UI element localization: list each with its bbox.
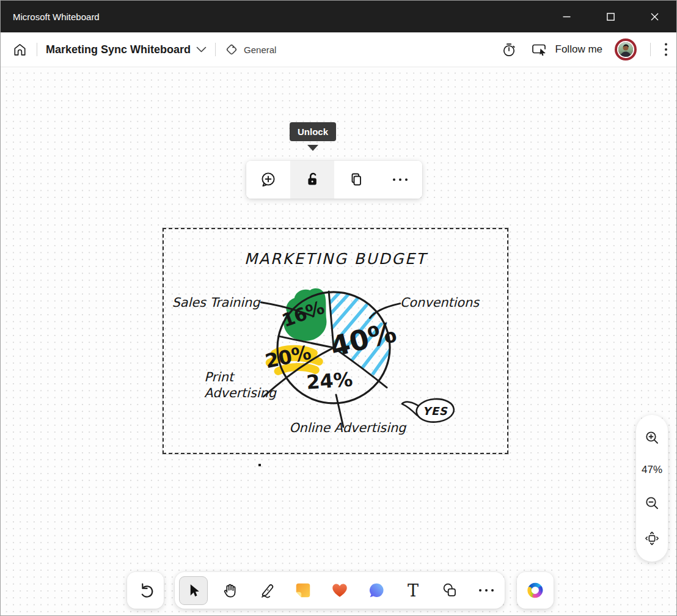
unlock-tooltip-label: Unlock <box>298 127 328 137</box>
text-tool-icon: T <box>408 582 419 599</box>
selected-image[interactable]: MARKETING BUDGET <box>163 228 508 454</box>
home-button[interactable] <box>12 42 28 58</box>
comment-tool[interactable] <box>358 572 395 609</box>
header: Marketing Sync Whiteboard General <box>1 32 676 67</box>
ellipsis-icon <box>478 588 494 592</box>
minimize-button[interactable] <box>544 1 588 32</box>
copilot-button[interactable] <box>517 572 554 609</box>
header-left: Marketing Sync Whiteboard General <box>12 42 276 58</box>
zoom-out-button[interactable] <box>643 494 661 512</box>
text-tool[interactable]: T <box>395 572 431 609</box>
more-tools[interactable] <box>468 572 505 609</box>
timer-button[interactable] <box>500 41 518 58</box>
app-window: Microsoft Whiteboard Marketing Sync Whit… <box>0 0 677 616</box>
pen-icon <box>257 581 276 600</box>
unlock-button[interactable] <box>290 161 334 199</box>
context-toolbar <box>246 161 422 199</box>
board-title-dropdown[interactable]: Marketing Sync Whiteboard <box>46 43 207 56</box>
shapes-tool[interactable] <box>431 572 468 609</box>
home-icon <box>12 42 28 58</box>
avatar-photo <box>617 41 634 58</box>
avatar[interactable] <box>615 38 637 61</box>
maximize-button[interactable] <box>588 1 632 32</box>
shapes-icon <box>440 581 459 600</box>
comment-add-icon <box>258 170 278 189</box>
selected-tool-highlight <box>179 576 208 605</box>
unlock-tooltip: Unlock <box>290 122 336 141</box>
sticky-note-icon <box>294 581 312 600</box>
close-button[interactable] <box>632 1 676 32</box>
comment-bubble-icon <box>367 581 386 600</box>
more-options-button[interactable] <box>664 42 668 57</box>
add-comment-button[interactable] <box>246 161 290 199</box>
present-follow-icon <box>530 41 548 58</box>
divider <box>650 43 651 56</box>
divider <box>215 43 216 56</box>
fit-to-screen-icon <box>643 529 661 548</box>
tag-icon <box>224 42 239 57</box>
timer-icon <box>500 41 518 58</box>
tag-label: General <box>244 45 276 55</box>
follow-me-label: Follow me <box>555 43 602 56</box>
ellipsis-icon <box>392 178 409 182</box>
label-print-2: Advertising <box>204 386 277 400</box>
follow-me-button[interactable]: Follow me <box>530 41 602 58</box>
copy-button[interactable] <box>334 161 378 199</box>
minimize-icon <box>563 13 571 21</box>
undo-button[interactable] <box>127 572 164 609</box>
label-print-1: Print <box>204 370 235 384</box>
zoom-in-icon <box>643 429 661 446</box>
pan-tool[interactable] <box>211 572 248 609</box>
label-sales-training: Sales Training <box>172 295 262 310</box>
divider <box>37 43 37 56</box>
app-title: Microsoft Whiteboard <box>13 12 100 22</box>
reaction-tool[interactable] <box>321 572 358 609</box>
header-right: Follow me <box>500 38 668 61</box>
more-actions-button[interactable] <box>378 161 422 199</box>
heart-icon <box>331 581 349 600</box>
close-icon <box>651 13 659 21</box>
copy-icon <box>346 170 366 189</box>
zoom-out-icon <box>643 494 661 512</box>
label-yes: YES <box>423 405 448 417</box>
select-cursor-icon <box>184 581 202 600</box>
label-online-advertising: Online Advertising <box>289 420 407 435</box>
board-title: Marketing Sync Whiteboard <box>46 43 191 56</box>
undo-icon <box>136 581 155 600</box>
marketing-budget-drawing: MARKETING BUDGET <box>164 229 507 453</box>
unlock-icon <box>302 170 322 189</box>
note-tool[interactable] <box>285 572 321 609</box>
zoom-level: 47% <box>642 464 662 476</box>
drawing-title: MARKETING BUDGET <box>244 250 428 268</box>
zoom-in-button[interactable] <box>643 429 661 446</box>
titlebar: Microsoft Whiteboard <box>1 1 676 32</box>
more-options-icon <box>664 42 668 57</box>
select-tool[interactable] <box>175 572 211 609</box>
tag-button[interactable]: General <box>224 42 276 57</box>
label-conventions: Conventions <box>400 295 480 310</box>
zoom-panel: 47% <box>636 415 668 562</box>
pie-percent-plain: 24% <box>306 369 353 394</box>
hand-icon <box>220 581 240 600</box>
ink-tool[interactable] <box>248 572 285 609</box>
window-controls <box>544 1 676 32</box>
copilot-icon <box>525 581 545 600</box>
yes-annotation: YES <box>402 398 455 424</box>
maximize-icon <box>607 13 615 21</box>
fit-to-screen-button[interactable] <box>643 529 661 548</box>
unlock-tooltip-arrow <box>307 145 318 151</box>
stray-ink-dot <box>258 464 261 466</box>
tool-toolbar: T <box>175 572 505 609</box>
chevron-down-icon <box>196 46 207 53</box>
